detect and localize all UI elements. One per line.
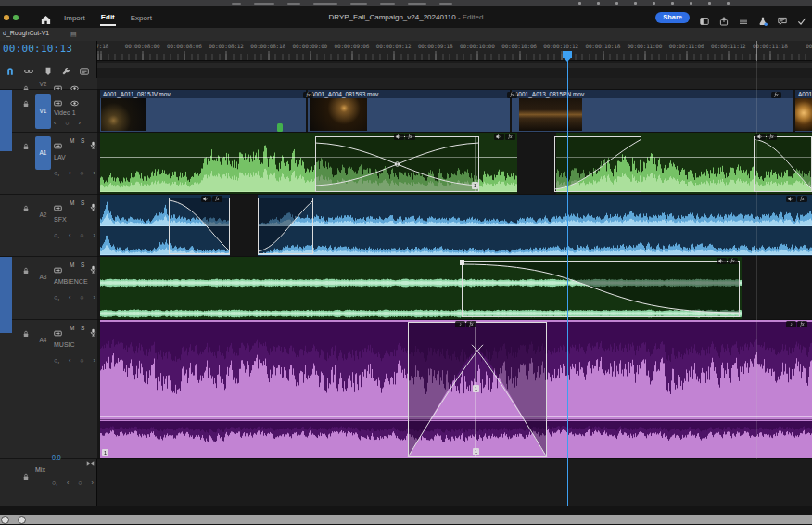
track-name[interactable]: AMBIENCE xyxy=(54,278,88,285)
timeline-settings-icon[interactable] xyxy=(61,63,70,72)
timeline-zoom-scrollbar[interactable] xyxy=(0,515,812,524)
tab-export[interactable]: Export xyxy=(130,10,153,25)
clip-fx-badge[interactable]: fx xyxy=(797,196,807,202)
clip-speaker-badge[interactable] xyxy=(394,134,404,140)
feedback-icon[interactable] xyxy=(778,13,787,22)
volume-rubber-band[interactable] xyxy=(100,301,742,301)
playhead-timecode[interactable]: 00:00:10:13 xyxy=(3,43,72,55)
panel-list-icon[interactable] xyxy=(739,13,748,22)
zoom-handle-right[interactable] xyxy=(18,516,26,524)
track-target-button[interactable]: V1 xyxy=(35,94,51,129)
solo-button[interactable]: S xyxy=(81,137,84,144)
mute-button[interactable]: M xyxy=(70,325,74,331)
clip-marker[interactable] xyxy=(277,123,283,132)
source-patch-icon[interactable] xyxy=(54,325,62,333)
window-minimize-button[interactable] xyxy=(4,15,9,20)
window-zoom-button[interactable] xyxy=(13,15,19,20)
mute-button[interactable]: M xyxy=(70,137,74,144)
track-lock-icon[interactable] xyxy=(22,95,30,102)
video-clip[interactable]: A001_A013_0815PN.mov xyxy=(512,90,793,132)
voiceover-record-icon[interactable] xyxy=(89,324,97,332)
track-target-button[interactable]: A3 xyxy=(35,261,51,294)
keyframe-nav[interactable]: ‹ ○ › xyxy=(69,357,99,364)
source-patch-icon[interactable] xyxy=(54,80,62,88)
tab-import[interactable]: Import xyxy=(63,10,86,25)
source-patch-indicator[interactable] xyxy=(0,90,12,151)
audio-clip[interactable] xyxy=(258,195,812,256)
clip-fx-badge[interactable]: fx xyxy=(771,92,781,98)
clip-fx-badge[interactable]: fx xyxy=(212,196,222,202)
track-target-button[interactable]: A2 xyxy=(35,198,51,232)
track-lock-icon[interactable] xyxy=(22,325,30,332)
zoom-handle-left[interactable] xyxy=(1,516,9,524)
track-target-button[interactable]: A4 xyxy=(35,324,51,357)
mute-button[interactable]: M xyxy=(70,199,74,206)
keyframe-nav[interactable]: ‹ ○ › xyxy=(69,170,99,176)
track-name[interactable]: LAV xyxy=(54,154,66,160)
clip-fx-badge[interactable]: fx xyxy=(505,134,515,140)
workspaces-icon[interactable] xyxy=(700,13,709,22)
share-button[interactable]: Share xyxy=(655,12,690,23)
clip-fx-badge[interactable]: fx xyxy=(507,92,517,98)
solo-button[interactable]: S xyxy=(81,325,84,331)
volume-rubber-band[interactable] xyxy=(100,157,517,158)
voiceover-record-icon[interactable] xyxy=(89,261,97,269)
track-name[interactable]: SFX xyxy=(54,216,67,223)
keyframe-nav[interactable]: ‹ ○ › xyxy=(69,232,99,238)
home-icon[interactable] xyxy=(41,12,51,22)
clip-speaker-badge[interactable] xyxy=(494,134,504,140)
panel-menu-icon[interactable]: ▤ xyxy=(70,31,77,38)
clip-speaker-badge[interactable] xyxy=(201,196,211,202)
clip-speaker-badge[interactable] xyxy=(717,258,727,264)
keyframe-nav[interactable]: ‹ ○ › xyxy=(67,480,97,486)
track-name[interactable]: MUSIC xyxy=(54,341,75,348)
show-keyframes-button[interactable]: ○, xyxy=(54,170,59,176)
track-target-button[interactable]: V2 xyxy=(35,80,51,89)
mix-volume-value[interactable]: 0.0 xyxy=(52,455,61,461)
time-ruler[interactable]: 07:1800:00:08:0000:00:08:0600:00:08:1200… xyxy=(97,41,812,61)
mute-button[interactable]: M xyxy=(70,262,74,268)
show-keyframes-button[interactable]: ○, xyxy=(54,294,59,301)
track-lock-icon[interactable] xyxy=(22,199,30,207)
add-marker-icon[interactable] xyxy=(44,63,53,72)
clip-fx-badge[interactable]: fx xyxy=(303,92,313,98)
source-patch-icon[interactable] xyxy=(54,262,62,270)
track-target-button[interactable]: A1 xyxy=(35,136,51,170)
clip-fx-badge[interactable]: fx xyxy=(466,321,476,327)
volume-rubber-band[interactable] xyxy=(556,157,812,158)
video-clip[interactable]: A001.. xyxy=(795,90,812,132)
source-patch-icon[interactable] xyxy=(54,95,62,103)
track-lock-icon[interactable] xyxy=(22,262,30,269)
labs-icon[interactable] xyxy=(758,13,768,22)
linked-selection-icon[interactable] xyxy=(24,63,33,72)
audio-clip[interactable] xyxy=(100,257,742,319)
fit-to-sequence-icon[interactable] xyxy=(86,455,95,463)
toggle-track-output-icon[interactable] xyxy=(70,95,79,103)
clip-note-badge[interactable]: ♪ xyxy=(786,321,796,327)
track-name[interactable]: Video 1 xyxy=(54,109,76,116)
clip-fx-badge[interactable]: fx xyxy=(767,134,777,140)
clip-speaker-badge[interactable] xyxy=(755,134,766,140)
clip-fx-badge[interactable]: fx xyxy=(405,134,415,140)
clip-fx-badge[interactable]: fx xyxy=(728,258,738,264)
playhead-line[interactable] xyxy=(567,53,568,506)
show-keyframes-button[interactable]: ○, xyxy=(54,357,59,364)
sequence-tab[interactable]: d_RoughCut-V1 xyxy=(3,30,49,36)
home-icon[interactable] xyxy=(41,12,51,22)
solo-button[interactable]: S xyxy=(81,262,84,268)
quick-export-icon[interactable] xyxy=(719,13,729,22)
keyframe-nav[interactable]: ‹ ○ › xyxy=(69,294,99,301)
clip-fx-badge[interactable]: fx xyxy=(797,321,807,327)
video-clip[interactable]: A001_A011_0815JV.mov xyxy=(100,90,306,132)
audio-clip[interactable] xyxy=(100,320,812,458)
sync-check-icon[interactable] xyxy=(797,13,806,22)
snap-icon[interactable] xyxy=(6,63,15,72)
audio-clip[interactable] xyxy=(556,133,812,194)
audio-clip[interactable] xyxy=(100,133,517,194)
clip-speaker-badge[interactable] xyxy=(786,196,796,202)
clip-note-badge[interactable]: ♪ xyxy=(455,321,465,327)
audio-clip[interactable] xyxy=(100,195,230,256)
source-patch-icon[interactable] xyxy=(54,137,62,146)
source-patch-indicator[interactable] xyxy=(0,257,12,333)
show-keyframes-button[interactable]: ○, xyxy=(52,480,57,486)
